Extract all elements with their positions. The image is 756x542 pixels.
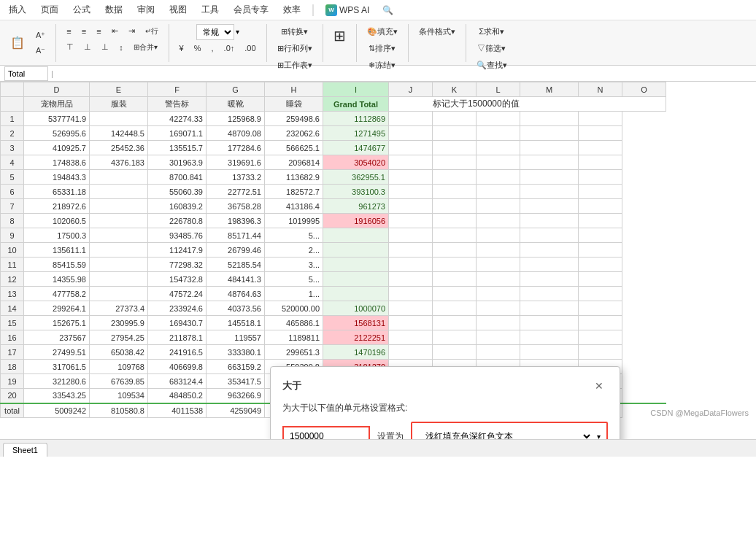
col-n-header[interactable]: N <box>579 82 622 97</box>
cell-h-2[interactable]: 566625.1 <box>265 141 323 155</box>
col-d-header[interactable]: D <box>24 82 90 97</box>
cell-g-11[interactable]: 484141.3 <box>207 272 265 287</box>
cell-e-19[interactable]: 109534 <box>90 389 148 403</box>
cell-f-10[interactable]: 77298.32 <box>148 258 207 272</box>
cell-d-15[interactable]: 237567 <box>24 330 90 345</box>
cell-i-12[interactable] <box>323 287 389 301</box>
cell-i-9[interactable] <box>323 243 389 258</box>
col-j-header[interactable]: J <box>389 82 433 97</box>
col-k-header[interactable]: K <box>433 82 477 97</box>
cell-h-8[interactable]: 5... <box>265 228 323 243</box>
cell-f-8[interactable]: 93485.76 <box>148 228 207 243</box>
cell-f-14[interactable]: 169430.7 <box>148 316 207 330</box>
cell-e-13[interactable]: 27373.4 <box>90 301 148 316</box>
cell-d-12[interactable]: 477758.2 <box>24 287 90 301</box>
cell-e-10[interactable] <box>90 258 148 272</box>
cell-h-11[interactable]: 5... <box>265 272 323 287</box>
cell-g-7[interactable]: 198396.3 <box>207 214 265 228</box>
cell-g-1[interactable]: 48709.08 <box>207 126 265 141</box>
cell-d-7[interactable]: 102060.5 <box>24 214 90 228</box>
cell-e-17[interactable]: 109768 <box>90 360 148 374</box>
cell-f-5[interactable]: 55060.39 <box>148 185 207 199</box>
conditional-format-btn[interactable]: 条件格式▾ <box>414 24 460 39</box>
cell-f-12[interactable]: 47572.24 <box>148 287 207 301</box>
cell-e-2[interactable]: 25452.36 <box>90 141 148 155</box>
valign-middle[interactable]: ⊥ <box>80 40 96 55</box>
cell-i-16[interactable]: 1470196 <box>323 345 389 360</box>
cell-e-16[interactable]: 65038.42 <box>90 345 148 360</box>
cell-f-17[interactable]: 406699.8 <box>148 360 207 374</box>
search-icon-button[interactable]: 🔍 <box>378 3 398 18</box>
cell-d-9[interactable]: 135611.1 <box>24 243 90 258</box>
cell-g-3[interactable]: 319691.6 <box>207 155 265 170</box>
paste-button[interactable]: 📋 <box>6 34 29 52</box>
cell-g-12[interactable]: 48764.63 <box>207 287 265 301</box>
cell-g-17[interactable]: 663159.2 <box>207 360 265 374</box>
cell-f-4[interactable]: 8700.841 <box>148 170 207 185</box>
cell-h-12[interactable]: 1... <box>265 287 323 301</box>
cell-f-7[interactable]: 226780.8 <box>148 214 207 228</box>
align-center[interactable]: ≡ <box>77 24 90 39</box>
cell-i-0[interactable]: 1112869 <box>323 112 389 126</box>
indent-increase[interactable]: ⇥ <box>124 24 139 39</box>
cell-i-7[interactable]: 1916056 <box>323 214 389 228</box>
cell-h-16[interactable]: 299651.3 <box>265 345 323 360</box>
cell-d-13[interactable]: 299264.1 <box>24 301 90 316</box>
cell-h-10[interactable]: 3... <box>265 258 323 272</box>
cell-e-11[interactable] <box>90 272 148 287</box>
wps-ai-button[interactable]: W WPS AI <box>320 2 375 18</box>
worksheet-btn[interactable]: ⊞工作表▾ <box>273 58 317 73</box>
col-g-header[interactable]: G <box>207 82 265 97</box>
valign-top[interactable]: ⊤ <box>62 40 78 55</box>
menu-review[interactable]: 审阅 <box>131 1 161 18</box>
cell-d-6[interactable]: 218972.6 <box>24 199 90 214</box>
cell-d-18[interactable]: 321280.6 <box>24 374 90 389</box>
col-i-header[interactable]: I <box>323 82 389 97</box>
menu-insert[interactable]: 插入 <box>3 1 32 18</box>
menu-tools[interactable]: 工具 <box>196 1 225 18</box>
cell-e-15[interactable]: 27954.25 <box>90 330 148 345</box>
cell-g-2[interactable]: 177284.6 <box>207 141 265 155</box>
cell-e-14[interactable]: 230995.9 <box>90 316 148 330</box>
cell-i-2[interactable]: 1474677 <box>323 141 389 155</box>
sum-btn[interactable]: Σ求和▾ <box>474 24 509 39</box>
cell-g-4[interactable]: 13733.2 <box>207 170 265 185</box>
cell-f-6[interactable]: 160839.2 <box>148 199 207 214</box>
name-box[interactable] <box>4 66 48 81</box>
cell-h-4[interactable]: 113682.9 <box>265 170 323 185</box>
comma-btn[interactable]: , <box>207 42 218 55</box>
cell-h-1[interactable]: 232062.6 <box>265 126 323 141</box>
cell-i-4[interactable]: 362955.1 <box>323 170 389 185</box>
cell-i-10[interactable] <box>323 258 389 272</box>
cell-g-18[interactable]: 353417.5 <box>207 374 265 389</box>
format-style-select[interactable]: 浅红填充色深红色文本 黄填充色深黄色文本 绿填充色深绿色文本 浅红色文本 红色边… <box>418 426 593 439</box>
cell-d-0[interactable]: 5377741.9 <box>24 112 90 126</box>
cell-i-6[interactable]: 961273 <box>323 199 389 214</box>
find-btn[interactable]: 🔍查找▾ <box>472 58 512 73</box>
cell-e-6[interactable] <box>90 199 148 214</box>
font-size-increase[interactable]: A⁺ <box>31 28 50 42</box>
align-left[interactable]: ≡ <box>62 24 75 39</box>
cell-f-3[interactable]: 301963.9 <box>148 155 207 170</box>
cell-g-8[interactable]: 85171.44 <box>207 228 265 243</box>
indent-decrease[interactable]: ⇤ <box>107 24 123 39</box>
col-e-header[interactable]: E <box>90 82 148 97</box>
cell-d-11[interactable]: 14355.98 <box>24 272 90 287</box>
cell-f-19[interactable]: 484850.2 <box>148 389 207 403</box>
valign-bottom[interactable]: ⊥ <box>97 40 113 55</box>
cell-d-5[interactable]: 65331.18 <box>24 185 90 199</box>
menu-page[interactable]: 页面 <box>35 1 64 18</box>
cell-h-7[interactable]: 1019995 <box>265 214 323 228</box>
cell-h-14[interactable]: 465886.1 <box>265 316 323 330</box>
cell-g-15[interactable]: 119557 <box>207 330 265 345</box>
fill-btn[interactable]: 🎨填充▾ <box>363 24 402 39</box>
cell-h-5[interactable]: 182572.7 <box>265 185 323 199</box>
cell-d-16[interactable]: 27499.51 <box>24 345 90 360</box>
cell-g-6[interactable]: 36758.28 <box>207 199 265 214</box>
cell-e-12[interactable] <box>90 287 148 301</box>
cell-i-8[interactable] <box>323 228 389 243</box>
cell-h-3[interactable]: 2096814 <box>265 155 323 170</box>
filter-btn[interactable]: ▽筛选▾ <box>473 41 510 56</box>
cell-f-16[interactable]: 241916.5 <box>148 345 207 360</box>
cell-e-20[interactable]: 810580.8 <box>90 403 148 418</box>
